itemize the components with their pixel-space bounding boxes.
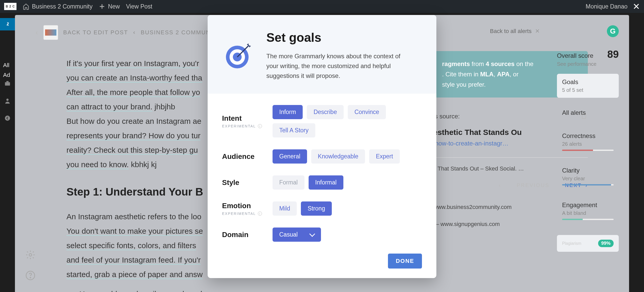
new-button[interactable]: New — [99, 3, 120, 10]
intent-option-convince[interactable]: Convince — [348, 105, 386, 119]
target-icon — [222, 30, 255, 81]
wp-admin-bar: B 2 C Business 2 Community New View Post… — [0, 0, 644, 13]
svg-point-3 — [5, 116, 10, 121]
clarity-card[interactable]: Clarity Very clear — [557, 162, 619, 190]
modal-description: The more Grammarly knows about the conte… — [266, 51, 405, 81]
see-performance-link[interactable]: See performance — [557, 61, 619, 67]
view-post-link[interactable]: View Post — [126, 3, 152, 10]
audience-option-knowledgeable[interactable]: Knowledgeable — [311, 149, 365, 164]
intent-option-describe[interactable]: Describe — [307, 105, 344, 119]
rail-collapse-icon[interactable] — [4, 115, 11, 123]
site-logo-badge[interactable]: B 2 C — [4, 3, 16, 10]
audience-option-expert[interactable]: Expert — [369, 149, 400, 164]
editor-help-button[interactable] — [25, 270, 36, 282]
emotion-label: Emotion — [222, 202, 273, 210]
breadcrumb-site-logo — [44, 25, 58, 40]
new-label: New — [108, 3, 120, 10]
style-option-formal[interactable]: Formal — [273, 175, 304, 190]
pin-icon — [4, 21, 11, 27]
plagiarism-badge: 99% — [598, 240, 614, 247]
intent-option-tell-a-story[interactable]: Tell A Story — [273, 123, 315, 137]
gear-icon — [25, 250, 36, 260]
breadcrumb-back-label[interactable]: BACK TO EDIT POST — [63, 29, 128, 36]
info-icon[interactable]: i — [258, 212, 262, 216]
breadcrumb-sep: ‹ — [133, 29, 135, 36]
emotion-option-mild[interactable]: Mild — [273, 201, 297, 216]
style-option-informal[interactable]: Informal — [309, 175, 343, 190]
goals-summary-card[interactable]: Goals 5 of 5 set — [557, 74, 619, 98]
rail-pin-item[interactable] — [0, 18, 15, 30]
home-icon — [23, 3, 29, 10]
audience-option-general[interactable]: General — [273, 149, 307, 164]
editor-settings-button[interactable] — [25, 250, 36, 261]
close-icon[interactable]: ✕ — [535, 28, 540, 35]
prev-chevron-icon[interactable]: ‹ — [499, 182, 501, 188]
emotion-option-strong[interactable]: Strong — [301, 201, 332, 216]
breadcrumb-back-chevron[interactable]: ‹ — [36, 28, 38, 37]
help-icon — [25, 270, 36, 281]
site-name: Business 2 Community — [32, 3, 92, 10]
grammarly-score-sidebar: Overall score 89 See performance Goals 5… — [557, 48, 619, 252]
site-home-link[interactable]: Business 2 Community — [23, 3, 92, 10]
svg-rect-1 — [6, 81, 9, 82]
domain-dropdown[interactable]: Casual — [273, 228, 321, 242]
rail-ad[interactable]: Ad — [3, 70, 10, 80]
overall-score-value: 89 — [607, 48, 619, 60]
close-icon[interactable]: ✕ — [633, 1, 640, 12]
intent-label: Intent — [222, 114, 273, 123]
goal-row-intent: Intent EXPERIMENTALi Inform Describe Con… — [222, 105, 422, 137]
svg-point-4 — [29, 254, 32, 256]
audience-label: Audience — [222, 152, 273, 161]
all-alerts-card[interactable]: All alerts — [557, 104, 619, 121]
correctness-card[interactable]: Correctness 26 alerts — [557, 128, 619, 156]
overall-score-label: Overall score — [557, 52, 593, 59]
grammarly-logo-icon[interactable]: G — [607, 25, 619, 37]
chevron-down-icon — [309, 231, 315, 237]
svg-point-6 — [30, 277, 31, 278]
goal-row-emotion: Emotion EXPERIMENTALi Mild Strong — [222, 201, 422, 216]
plagiarism-card[interactable]: Plagiarism 99% — [557, 235, 619, 252]
goal-row-domain: Domain Casual — [222, 228, 422, 242]
prev-button[interactable]: PREVIOUS — [517, 182, 549, 188]
svg-rect-0 — [5, 82, 10, 86]
view-post-label: View Post — [126, 3, 152, 10]
current-user-name[interactable]: Monique Danao — [586, 3, 628, 10]
modal-title: Set goals — [266, 30, 405, 45]
svg-point-2 — [6, 99, 9, 101]
rail-user-icon[interactable] — [4, 98, 11, 106]
rail-filter-block: All Ad — [3, 60, 10, 80]
back-to-alerts-link[interactable]: Back to all alerts ✕ — [490, 28, 540, 35]
info-icon[interactable]: i — [258, 124, 262, 128]
style-label: Style — [222, 179, 273, 187]
plus-icon — [99, 3, 105, 10]
done-button[interactable]: DONE — [388, 254, 422, 269]
domain-label: Domain — [222, 231, 273, 239]
wp-left-rail: All Ad — [0, 13, 15, 292]
cite-this-label: is source: — [433, 113, 460, 120]
intent-option-inform[interactable]: Inform — [273, 105, 303, 119]
rail-toolbox-icon[interactable] — [4, 80, 11, 88]
goal-row-audience: Audience General Knowledgeable Expert — [222, 149, 422, 164]
engagement-card[interactable]: Engagement A bit bland — [557, 197, 619, 225]
set-goals-modal: Set goals The more Grammarly knows about… — [208, 15, 436, 278]
rail-all[interactable]: All — [3, 60, 10, 70]
goal-row-style: Style Formal Informal — [222, 175, 422, 190]
